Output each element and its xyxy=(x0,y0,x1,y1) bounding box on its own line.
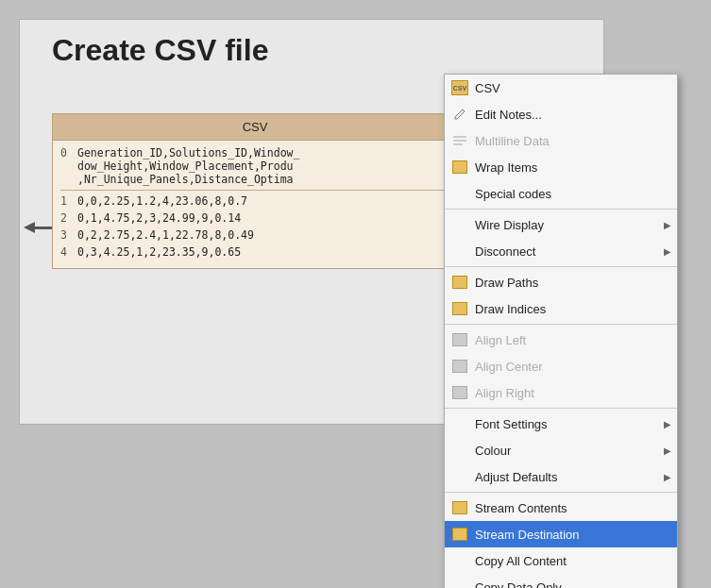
menu-label-copy-all-content: Copy All Content xyxy=(475,554,668,568)
menu-item-csv[interactable]: CSV CSV xyxy=(445,75,677,101)
stream-destination-icon xyxy=(450,525,469,544)
row-data-4: 0,3,4.25,1,2,23.35,9,0.65 xyxy=(77,245,449,259)
stream-contents-icon xyxy=(450,498,469,517)
csv-data-row-0: 0 Generation_ID,Solutions_ID,Window_dow_… xyxy=(60,144,449,188)
menu-item-stream-destination[interactable]: Stream Destination xyxy=(445,521,677,547)
wrap-items-icon xyxy=(450,158,469,176)
separator-1 xyxy=(445,209,677,210)
multiline-icon xyxy=(450,131,469,150)
menu-label-align-center: Align Center xyxy=(475,360,668,374)
csv-node[interactable]: CSV 0 Generation_ID,Solutions_ID,Window_… xyxy=(52,113,458,269)
disconnect-arrow: ▶ xyxy=(664,246,671,257)
menu-label-wire-display: Wire Display xyxy=(475,218,668,232)
menu-item-align-left: Align Left xyxy=(445,327,677,353)
menu-item-align-right: Align Right xyxy=(445,379,677,406)
menu-item-edit-notes[interactable]: Edit Notes... xyxy=(445,101,677,127)
no-icon-disconnect xyxy=(450,242,469,260)
row-data-3: 0,2,2.75,2.4,1,22.78,8,0.49 xyxy=(77,228,449,242)
menu-label-wrap-items: Wrap Items xyxy=(475,160,668,175)
pencil-icon xyxy=(450,105,469,124)
wire-connector xyxy=(33,227,52,229)
adjust-defaults-arrow: ▶ xyxy=(664,472,671,482)
menu-item-font-settings[interactable]: Font Settings ▶ xyxy=(445,411,677,437)
row-separator xyxy=(60,190,449,191)
menu-label-edit-notes: Edit Notes... xyxy=(475,108,668,122)
menu-item-align-center: Align Center xyxy=(445,353,677,379)
wire-display-arrow: ▶ xyxy=(664,220,671,230)
menu-item-copy-all-content[interactable]: Copy All Content xyxy=(445,547,677,574)
menu-label-special-codes: Special codes xyxy=(475,187,668,201)
menu-item-copy-data-only[interactable]: Copy Data Only xyxy=(445,574,677,588)
row-data-2: 0,1,4.75,2,3,24.99,9,0.14 xyxy=(77,211,449,225)
separator-5 xyxy=(445,492,677,493)
menu-label-colour: Colour xyxy=(475,444,668,458)
no-icon-copy-all-content xyxy=(450,551,469,570)
colour-arrow: ▶ xyxy=(664,445,671,456)
menu-item-wrap-items[interactable]: Wrap Items xyxy=(445,154,677,180)
menu-label-multiline-data: Multiline Data xyxy=(475,134,668,148)
row-index-3: 3 xyxy=(60,228,77,242)
menu-item-draw-paths[interactable]: Draw Paths xyxy=(445,269,677,295)
csv-node-body: 0 Generation_ID,Solutions_ID,Window_dow_… xyxy=(53,141,457,268)
row-index-2: 2 xyxy=(60,211,77,225)
align-center-icon xyxy=(450,357,469,376)
menu-item-multiline-data: Multiline Data xyxy=(445,127,677,154)
row-data-0: Generation_ID,Solutions_ID,Window_dow_He… xyxy=(77,146,449,186)
separator-4 xyxy=(445,408,677,409)
menu-item-draw-indices[interactable]: Draw Indices xyxy=(445,295,677,322)
menu-label-stream-contents: Stream Contents xyxy=(475,501,668,515)
menu-item-wire-display[interactable]: Wire Display ▶ xyxy=(445,211,677,238)
canvas-area: Create CSV file CSV 0 Generation_ID,Solu… xyxy=(0,0,711,588)
menu-label-align-right: Align Right xyxy=(475,386,668,400)
csv-data-row-1: 1 0,0,2.25,1.2,4,23.06,8,0.7 xyxy=(60,193,449,210)
menu-label-draw-paths: Draw Paths xyxy=(475,276,668,290)
row-index-4: 4 xyxy=(60,245,77,259)
menu-label-font-settings: Font Settings xyxy=(475,417,668,431)
align-right-icon xyxy=(450,383,469,402)
font-settings-arrow: ▶ xyxy=(664,419,671,429)
row-data-1: 0,0,2.25,1.2,4,23.06,8,0.7 xyxy=(77,194,449,208)
csv-icon: CSV xyxy=(450,78,469,97)
no-icon-adjust-defaults xyxy=(450,467,469,486)
page-title: Create CSV file xyxy=(52,33,268,68)
menu-label-csv: CSV xyxy=(475,81,668,95)
separator-2 xyxy=(445,266,677,267)
csv-data-row-2: 2 0,1,4.75,2,3,24.99,9,0.14 xyxy=(60,210,449,227)
row-index-0: 0 xyxy=(60,146,77,186)
menu-label-stream-destination: Stream Destination xyxy=(475,528,668,542)
no-icon-wire-display xyxy=(450,215,469,234)
csv-node-header: CSV xyxy=(53,114,457,141)
draw-paths-icon xyxy=(450,273,469,292)
menu-label-copy-data-only: Copy Data Only xyxy=(475,580,668,589)
menu-item-special-codes[interactable]: Special codes xyxy=(445,180,677,207)
align-left-icon xyxy=(450,330,469,349)
menu-label-disconnect: Disconnect xyxy=(475,244,668,259)
context-menu: CSV CSV Edit Notes... Mu xyxy=(444,74,678,588)
no-icon-font-settings xyxy=(450,414,469,433)
menu-item-colour[interactable]: Colour ▶ xyxy=(445,437,677,463)
menu-label-adjust-defaults: Adjust Defaults xyxy=(475,470,668,484)
no-icon-copy-data-only xyxy=(450,578,469,588)
menu-item-adjust-defaults[interactable]: Adjust Defaults ▶ xyxy=(445,463,677,490)
menu-label-draw-indices: Draw Indices xyxy=(475,302,668,316)
row-index-1: 1 xyxy=(60,194,77,208)
draw-indices-icon xyxy=(450,299,469,318)
menu-item-disconnect[interactable]: Disconnect ▶ xyxy=(445,238,677,264)
separator-3 xyxy=(445,324,677,325)
no-icon-special-codes xyxy=(450,184,469,203)
menu-item-stream-contents[interactable]: Stream Contents xyxy=(445,495,677,521)
menu-label-align-left: Align Left xyxy=(475,333,668,347)
csv-data-row-3: 3 0,2,2.75,2.4,1,22.78,8,0.49 xyxy=(60,227,449,244)
csv-data-row-4: 4 0,3,4.25,1,2,23.35,9,0.65 xyxy=(60,244,449,260)
no-icon-colour xyxy=(450,441,469,460)
